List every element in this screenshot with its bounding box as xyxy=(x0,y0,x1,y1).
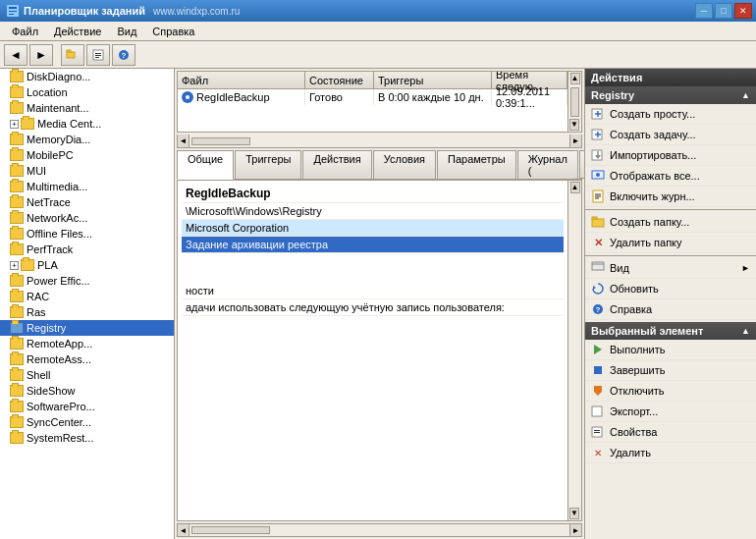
action-help[interactable]: ? Справка xyxy=(585,299,756,320)
detail-vscroll[interactable]: ▲ ▼ xyxy=(567,181,581,520)
menu-file[interactable]: Файл xyxy=(4,24,46,39)
expand-icon[interactable]: + xyxy=(10,261,19,270)
tree-item-multimedia[interactable]: Multimedia... xyxy=(0,179,174,194)
action-show-all[interactable]: Отображать все... xyxy=(585,166,756,187)
action-label: Отображать все... xyxy=(610,170,700,182)
detail-spacer xyxy=(182,253,564,283)
action-finish[interactable]: Завершить xyxy=(585,360,756,381)
hscroll-area xyxy=(189,524,569,536)
tree-item-rac[interactable]: RAC xyxy=(0,289,174,304)
action-label: Свойства xyxy=(610,426,657,438)
create-task-icon xyxy=(591,128,605,141)
table-row[interactable]: RegIdleBackup Готово В 0:00 каждые 10 дн… xyxy=(178,89,567,105)
tree-item-remoteass[interactable]: RemoteAss... xyxy=(0,351,174,367)
tab-general[interactable]: Общие xyxy=(177,150,234,180)
tab-conditions[interactable]: Условия xyxy=(373,150,436,179)
task-list-hscroll[interactable]: ◄ ► xyxy=(177,135,582,148)
expand-icon[interactable]: + xyxy=(10,120,19,129)
svg-rect-4 xyxy=(67,52,75,58)
cell-nextrun: 12.09.2011 0:39:1... xyxy=(492,89,567,105)
tree-item-mobilepc[interactable]: MobilePC xyxy=(0,147,174,163)
action-import[interactable]: Импортировать... xyxy=(585,145,756,166)
folder-icon xyxy=(10,134,24,145)
maximize-button[interactable]: □ xyxy=(715,3,732,19)
tree-panel[interactable]: DiskDiagno... Location Maintenant... + M… xyxy=(0,69,175,539)
detail-name: RegIdleBackup xyxy=(182,185,564,203)
tree-item-synccenter[interactable]: SyncCenter... xyxy=(0,414,174,430)
action-properties[interactable]: Свойства xyxy=(585,422,756,443)
tree-item-location[interactable]: Location xyxy=(0,84,174,100)
close-button[interactable]: ✕ xyxy=(734,3,752,19)
app-title: Планировщик заданий xyxy=(24,5,145,17)
hscroll-thumb[interactable] xyxy=(191,137,250,145)
action-create-simple[interactable]: Создать просту... xyxy=(585,104,756,125)
action-view[interactable]: Вид ► xyxy=(585,258,756,279)
tree-item-diskdiagno[interactable]: DiskDiagno... xyxy=(0,69,174,84)
tree-item-offlinefiles[interactable]: Offline Files... xyxy=(0,226,174,242)
tab-journal[interactable]: Журнал ( xyxy=(517,150,578,179)
action-delete[interactable]: ✕ Удалить xyxy=(585,443,756,463)
action-label: Отключить xyxy=(610,385,665,397)
folder-icon xyxy=(10,149,24,161)
tree-item-mui[interactable]: MUI xyxy=(0,163,174,179)
actions-registry-header[interactable]: Registry ▲ xyxy=(585,86,756,104)
action-refresh[interactable]: Обновить xyxy=(585,279,756,299)
actions-selected-header[interactable]: Выбранный элемент ▲ xyxy=(585,322,756,340)
folder-icon xyxy=(10,212,24,224)
action-delete-folder[interactable]: ✕ Удалить папку xyxy=(585,233,756,253)
tree-item-systemrest[interactable]: SystemRest... xyxy=(0,430,174,446)
export-icon xyxy=(591,404,605,418)
properties-button[interactable] xyxy=(86,44,110,66)
action-enable-journal[interactable]: Включить журн... xyxy=(585,187,756,207)
vscroll-thumb[interactable] xyxy=(570,87,579,117)
menu-view[interactable]: Вид xyxy=(109,24,144,39)
tree-item-shell[interactable]: Shell xyxy=(0,367,174,383)
col-header-status[interactable]: Состояние xyxy=(305,72,374,88)
tree-item-perftrack[interactable]: PerfTrack xyxy=(0,242,174,257)
action-run[interactable]: Выполнить xyxy=(585,340,756,360)
tree-item-softwarepro[interactable]: SoftwarePro... xyxy=(0,399,174,414)
action-disable[interactable]: Отключить xyxy=(585,381,756,402)
properties-icon xyxy=(591,425,605,439)
tree-item-sideshow[interactable]: SideShow xyxy=(0,383,174,399)
help-button[interactable]: ? xyxy=(112,44,135,66)
tree-item-networkac[interactable]: NetworkAc... xyxy=(0,210,174,226)
svg-text:?: ? xyxy=(122,51,127,60)
action-create-folder[interactable]: Создать папку... xyxy=(585,212,756,233)
tab-actions[interactable]: Действия xyxy=(302,150,371,179)
tab-parameters[interactable]: Параметры xyxy=(437,150,516,179)
tree-item-remoteapp[interactable]: RemoteApp... xyxy=(0,336,174,351)
action-create-task[interactable]: Создать задачу... xyxy=(585,125,756,145)
tree-item-mediacenter[interactable]: + Media Cent... xyxy=(0,116,174,132)
folder-icon xyxy=(10,432,24,444)
action-export[interactable]: Экспорт... xyxy=(585,402,756,422)
tree-item-maintenance[interactable]: Maintenant... xyxy=(0,100,174,116)
menu-help[interactable]: Справка xyxy=(144,24,202,39)
folder-icon xyxy=(10,181,24,192)
col-header-file[interactable]: Файл xyxy=(178,72,305,88)
action-label: Обновить xyxy=(610,283,659,295)
tree-item-powereffic[interactable]: Power Effic... xyxy=(0,273,174,289)
detail-author: Microsoft Corporation xyxy=(182,220,564,237)
detail-hscroll-thumb[interactable] xyxy=(191,526,270,534)
tree-item-memorydiag[interactable]: MemoryDia... xyxy=(0,132,174,147)
detail-description[interactable]: Задание архивации реестра xyxy=(182,237,564,253)
forward-button[interactable]: ► xyxy=(29,44,53,66)
svg-point-22 xyxy=(596,173,600,177)
tab-triggers[interactable]: Триггеры xyxy=(235,150,301,179)
minimize-button[interactable]: ─ xyxy=(695,3,713,19)
tree-item-registry[interactable]: Registry xyxy=(0,320,174,336)
up-button[interactable] xyxy=(61,44,84,66)
svg-rect-2 xyxy=(9,11,17,12)
col-header-triggers[interactable]: Триггеры xyxy=(374,72,492,88)
tree-item-nettrace[interactable]: NetTrace xyxy=(0,194,174,210)
detail-hscroll[interactable]: ◄ ► xyxy=(177,523,582,537)
create-simple-icon xyxy=(591,107,605,121)
tree-item-ras[interactable]: Ras xyxy=(0,304,174,320)
tree-item-pla[interactable]: + PLA xyxy=(0,257,174,273)
back-button[interactable]: ◄ xyxy=(4,44,27,66)
detail-security-text: адачи использовать следующую учётную зап… xyxy=(182,299,564,316)
task-list-vscroll[interactable]: ▲ ▼ xyxy=(567,72,581,132)
folder-icon xyxy=(10,385,24,397)
menu-action[interactable]: Действие xyxy=(46,24,109,39)
